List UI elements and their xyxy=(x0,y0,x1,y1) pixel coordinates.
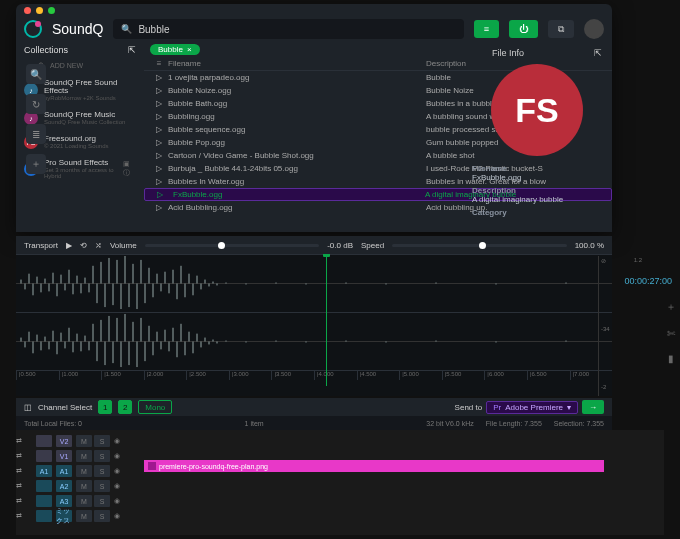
fi-cat-label: Category xyxy=(472,208,602,217)
ruler-tick: |4.000 xyxy=(314,371,357,380)
close-window[interactable] xyxy=(24,7,31,14)
track-mute[interactable]: M xyxy=(76,495,92,507)
mini-a: 1.2 xyxy=(634,257,642,264)
track-lock-icon[interactable]: ◉ xyxy=(114,437,120,445)
track-lock-icon[interactable]: ◉ xyxy=(114,482,120,490)
row-play-icon[interactable]: ▷ xyxy=(150,112,168,121)
track-mute[interactable]: M xyxy=(76,435,92,447)
mono-toggle[interactable]: Mono xyxy=(138,400,172,414)
track-src[interactable] xyxy=(36,450,52,462)
speed-slider[interactable] xyxy=(392,244,567,247)
track-mute[interactable]: M xyxy=(76,450,92,462)
sendto-go[interactable]: → xyxy=(582,400,604,414)
sendto-select[interactable]: PrAdobe Premiere▾ xyxy=(486,401,578,414)
collection-name: SoundQ Free Sound Effects xyxy=(44,79,136,95)
track-solo[interactable]: S xyxy=(94,435,110,447)
app-logo xyxy=(24,20,42,38)
timeline-track[interactable]: ⇄ミックスMS◉ xyxy=(16,509,664,523)
fi-desc-label: Description xyxy=(472,186,602,195)
clip-label: premiere-pro-soundq-free-plan.png xyxy=(159,463,268,470)
track-target[interactable]: A2 xyxy=(56,480,72,492)
track-target[interactable]: ミックス xyxy=(56,510,72,522)
row-filename: 1 ovejita parpadeo.ogg xyxy=(168,73,426,82)
left-search-icon[interactable]: 🔍 xyxy=(26,64,46,84)
track-src[interactable] xyxy=(36,495,52,507)
row-play-icon[interactable]: ▷ xyxy=(150,86,168,95)
track-mute[interactable]: M xyxy=(76,465,92,477)
track-target[interactable]: V2 xyxy=(56,435,72,447)
track-target[interactable]: A1 xyxy=(56,465,72,477)
app-name: SoundQ xyxy=(52,21,103,37)
toolbar-button-1[interactable]: ≡ xyxy=(474,20,499,38)
row-play-icon[interactable]: ▷ xyxy=(150,164,168,173)
row-play-icon[interactable]: ▷ xyxy=(151,190,169,199)
search-input[interactable] xyxy=(138,24,455,35)
side-plus-icon[interactable]: ＋ xyxy=(666,300,676,314)
max-window[interactable] xyxy=(48,7,55,14)
track-solo[interactable]: S xyxy=(94,465,110,477)
channel-1[interactable]: 1 xyxy=(98,400,112,414)
left-plus-icon[interactable]: ＋ xyxy=(26,154,46,174)
chip-close-icon[interactable]: × xyxy=(187,45,192,54)
track-lock-icon[interactable]: ◉ xyxy=(114,467,120,475)
ruler-tick: |3.500 xyxy=(271,371,314,380)
track-src[interactable]: A1 xyxy=(36,465,52,477)
shuffle-button[interactable]: ⤭ xyxy=(95,241,102,250)
left-filter-icon[interactable]: ≣ xyxy=(26,124,46,144)
row-play-icon[interactable]: ▷ xyxy=(150,177,168,186)
status-selection: Selection: 7.355 xyxy=(554,420,604,427)
row-play-icon[interactable]: ▷ xyxy=(150,138,168,147)
track-target[interactable]: V1 xyxy=(56,450,72,462)
search-box[interactable]: 🔍 xyxy=(113,19,463,39)
track-mute[interactable]: M xyxy=(76,510,92,522)
row-filename: Bubble Bath.ogg xyxy=(168,99,426,108)
track-src[interactable] xyxy=(36,435,52,447)
playhead[interactable] xyxy=(326,254,327,386)
channel-2[interactable]: 2 xyxy=(118,400,132,414)
timeline-track[interactable]: ⇄A2MS◉ xyxy=(16,479,664,493)
mini-c: -2 xyxy=(601,384,606,390)
timeline-clip[interactable]: premiere-pro-soundq-free-plan.png xyxy=(144,460,604,472)
left-refresh-icon[interactable]: ↻ xyxy=(26,94,46,114)
track-lock-icon[interactable]: ◉ xyxy=(114,497,120,505)
collections-heading: Collections xyxy=(24,45,68,55)
volume-slider[interactable] xyxy=(145,244,320,247)
row-play-icon[interactable]: ▷ xyxy=(150,99,168,108)
play-button[interactable]: ▶ xyxy=(66,241,72,250)
ruler-tick: |3.000 xyxy=(229,371,272,380)
track-lock-icon[interactable]: ◉ xyxy=(114,512,120,520)
track-solo[interactable]: S xyxy=(94,480,110,492)
track-solo[interactable]: S xyxy=(94,450,110,462)
open-external-icon[interactable]: ⇱ xyxy=(128,45,136,55)
row-play-icon[interactable]: ▷ xyxy=(150,73,168,82)
track-lock-icon[interactable]: ◉ xyxy=(114,452,120,460)
collection-sub: byRobMorrow +2K Sounds xyxy=(44,95,136,101)
ruler-tick: |5.500 xyxy=(442,371,485,380)
toolbar-button-2[interactable]: ⏻ xyxy=(509,20,538,38)
file-info-expand-icon[interactable]: ⇱ xyxy=(594,48,602,58)
side-marker-icon[interactable]: ▮ xyxy=(668,353,674,364)
timeline-track[interactable]: ⇄A3MS◉ xyxy=(16,494,664,508)
filter-chip[interactable]: Bubble× xyxy=(150,44,200,55)
user-avatar[interactable] xyxy=(584,19,604,39)
row-play-icon[interactable]: ▷ xyxy=(150,151,168,160)
col-filename[interactable]: Filename xyxy=(168,59,426,68)
waveform[interactable]: |0.500|1.000|1.500|2.000|2.500|3.000|3.5… xyxy=(16,254,612,396)
row-filename: Bubble Noize.ogg xyxy=(168,86,426,95)
fi-filename: FxBubble.ogg xyxy=(472,173,521,182)
toolbar-button-3[interactable]: ⧉ xyxy=(548,20,574,38)
track-mute[interactable]: M xyxy=(76,480,92,492)
track-solo[interactable]: S xyxy=(94,495,110,507)
row-play-icon[interactable]: ▷ xyxy=(150,125,168,134)
transport-label: Transport xyxy=(24,241,58,250)
crop-icon[interactable]: ◫ xyxy=(24,403,32,412)
loop-button[interactable]: ⟲ xyxy=(80,241,87,250)
track-src[interactable] xyxy=(36,510,52,522)
side-cut-icon[interactable]: ✄ xyxy=(667,328,675,339)
track-src[interactable] xyxy=(36,480,52,492)
row-filename: Acid Bubbling.ogg xyxy=(168,203,426,212)
track-solo[interactable]: S xyxy=(94,510,110,522)
min-window[interactable] xyxy=(36,7,43,14)
row-play-icon[interactable]: ▷ xyxy=(150,203,168,212)
timeline-track[interactable]: ⇄V2MS◉ xyxy=(16,434,664,448)
